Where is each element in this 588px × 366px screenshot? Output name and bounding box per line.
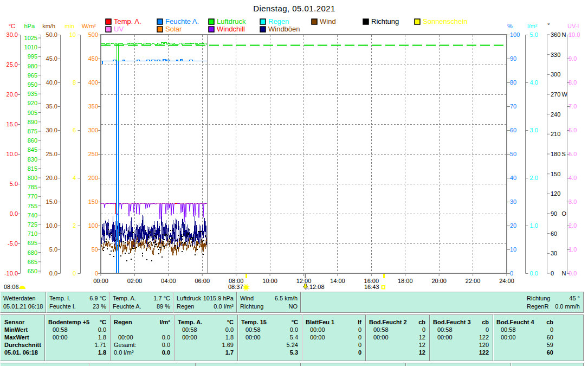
svg-text:Windchill: Windchill bbox=[217, 25, 245, 33]
svg-text:Luftdruck: Luftdruck bbox=[217, 17, 246, 25]
svg-text:5.0: 5.0 bbox=[568, 151, 577, 157]
svg-text:16:43: 16:43 bbox=[364, 284, 379, 290]
svg-text:180: 180 bbox=[551, 151, 560, 157]
svg-text:755: 755 bbox=[28, 203, 37, 209]
svg-text:905: 905 bbox=[28, 110, 37, 116]
svg-text:650: 650 bbox=[28, 268, 37, 274]
svg-text:min: min bbox=[64, 23, 74, 29]
svg-text:0.0: 0.0 bbox=[568, 270, 577, 277]
svg-text:350: 350 bbox=[88, 103, 98, 110]
svg-text:6.0: 6.0 bbox=[568, 127, 577, 133]
svg-text:-10.0: -10.0 bbox=[4, 270, 18, 277]
svg-text:40: 40 bbox=[510, 175, 516, 181]
svg-text:25.0: 25.0 bbox=[7, 61, 18, 68]
svg-text:360: 360 bbox=[551, 31, 560, 38]
svg-text:Richtung: Richtung bbox=[371, 17, 399, 25]
svg-text:5.0: 5.0 bbox=[49, 246, 57, 253]
svg-text:90: 90 bbox=[551, 210, 557, 217]
svg-text:Regen: Regen bbox=[268, 17, 289, 25]
svg-text:10.0: 10.0 bbox=[7, 151, 18, 157]
svg-text:15.0: 15.0 bbox=[46, 198, 57, 205]
svg-text:4.0: 4.0 bbox=[568, 175, 577, 181]
svg-text:875: 875 bbox=[28, 128, 37, 134]
svg-text:08:06: 08:06 bbox=[4, 284, 19, 290]
svg-text:Feuchte A.: Feuchte A. bbox=[165, 17, 199, 25]
svg-text:30: 30 bbox=[551, 250, 557, 256]
svg-text:%: % bbox=[507, 23, 513, 29]
svg-text:1025: 1025 bbox=[24, 35, 37, 41]
svg-text:0.0: 0.0 bbox=[530, 270, 538, 277]
svg-text:45.0: 45.0 bbox=[46, 55, 57, 62]
svg-text:120: 120 bbox=[551, 190, 560, 197]
svg-text:08:37: 08:37 bbox=[228, 284, 243, 290]
svg-text:950: 950 bbox=[28, 81, 37, 88]
svg-text:10.0: 10.0 bbox=[46, 222, 57, 229]
svg-text:9.0: 9.0 bbox=[568, 55, 577, 62]
svg-text:30.0: 30.0 bbox=[46, 127, 57, 133]
svg-text:330: 330 bbox=[551, 52, 560, 58]
svg-text:50: 50 bbox=[92, 246, 98, 253]
svg-text:450: 450 bbox=[88, 55, 98, 62]
svg-text:680: 680 bbox=[28, 249, 37, 256]
svg-text:30: 30 bbox=[510, 198, 516, 205]
svg-text:km/h: km/h bbox=[42, 23, 55, 29]
svg-text:0: 0 bbox=[510, 270, 513, 277]
svg-text:150: 150 bbox=[551, 171, 560, 177]
svg-text:845: 845 bbox=[28, 146, 37, 153]
svg-text:80: 80 bbox=[510, 79, 516, 86]
svg-text:50: 50 bbox=[510, 151, 516, 157]
svg-text:30.0: 30.0 bbox=[7, 31, 18, 38]
svg-text:4: 4 bbox=[73, 175, 76, 181]
svg-text:860: 860 bbox=[28, 137, 37, 144]
svg-text:2.0: 2.0 bbox=[530, 175, 538, 181]
svg-text:10.0: 10.0 bbox=[568, 31, 580, 38]
svg-text:N: N bbox=[562, 31, 566, 38]
svg-text:8.0: 8.0 bbox=[568, 79, 577, 86]
svg-text:0: 0 bbox=[95, 270, 98, 277]
svg-text:2: 2 bbox=[73, 222, 76, 229]
svg-text:06:00: 06:00 bbox=[195, 278, 210, 284]
svg-text:785: 785 bbox=[28, 184, 37, 190]
svg-text:Windböen: Windböen bbox=[268, 25, 300, 33]
svg-text:1.0: 1.0 bbox=[568, 246, 577, 253]
svg-text:270: 270 bbox=[551, 91, 560, 98]
svg-text:10:00: 10:00 bbox=[262, 278, 277, 284]
svg-text:Sonnenschein: Sonnenschein bbox=[423, 17, 467, 25]
svg-text:90: 90 bbox=[510, 55, 516, 62]
svg-text:02:00: 02:00 bbox=[127, 278, 143, 284]
svg-text:N: N bbox=[562, 270, 566, 277]
svg-text:Temp. A.: Temp. A. bbox=[114, 17, 141, 25]
svg-text:995: 995 bbox=[28, 53, 37, 60]
svg-text:0.0: 0.0 bbox=[49, 270, 57, 277]
svg-text:18:00: 18:00 bbox=[398, 278, 413, 284]
svg-text:2.0: 2.0 bbox=[568, 222, 577, 229]
svg-text:hPa: hPa bbox=[24, 23, 35, 29]
svg-text:920: 920 bbox=[28, 100, 37, 106]
svg-text:3.0: 3.0 bbox=[568, 198, 577, 205]
svg-text:50.0: 50.0 bbox=[46, 31, 57, 38]
svg-text:830: 830 bbox=[28, 156, 37, 163]
svg-text:710: 710 bbox=[28, 230, 37, 237]
svg-text:-5.0: -5.0 bbox=[8, 240, 18, 247]
svg-text:UV-I: UV-I bbox=[567, 23, 579, 29]
svg-text:25.0: 25.0 bbox=[46, 151, 57, 157]
svg-text:100: 100 bbox=[88, 222, 98, 229]
svg-text:20.0: 20.0 bbox=[46, 175, 57, 181]
svg-text:24:00: 24:00 bbox=[499, 278, 514, 284]
svg-text:°C: °C bbox=[9, 23, 15, 29]
svg-text:O: O bbox=[562, 210, 567, 217]
svg-text:W/m²: W/m² bbox=[82, 23, 96, 29]
svg-text:°: ° bbox=[547, 22, 550, 28]
svg-text:300: 300 bbox=[88, 127, 98, 133]
svg-text:300: 300 bbox=[551, 71, 560, 78]
svg-text:0.0: 0.0 bbox=[10, 210, 18, 217]
svg-text:770: 770 bbox=[28, 193, 37, 200]
svg-text:0: 0 bbox=[73, 270, 76, 277]
svg-text:3.0: 3.0 bbox=[530, 127, 538, 133]
svg-text:0: 0 bbox=[551, 270, 554, 277]
svg-text:210: 210 bbox=[551, 131, 560, 137]
svg-text:890: 890 bbox=[28, 119, 37, 125]
svg-text:665: 665 bbox=[28, 259, 37, 265]
svg-text:200: 200 bbox=[88, 175, 98, 181]
svg-text:7.0: 7.0 bbox=[568, 103, 577, 110]
